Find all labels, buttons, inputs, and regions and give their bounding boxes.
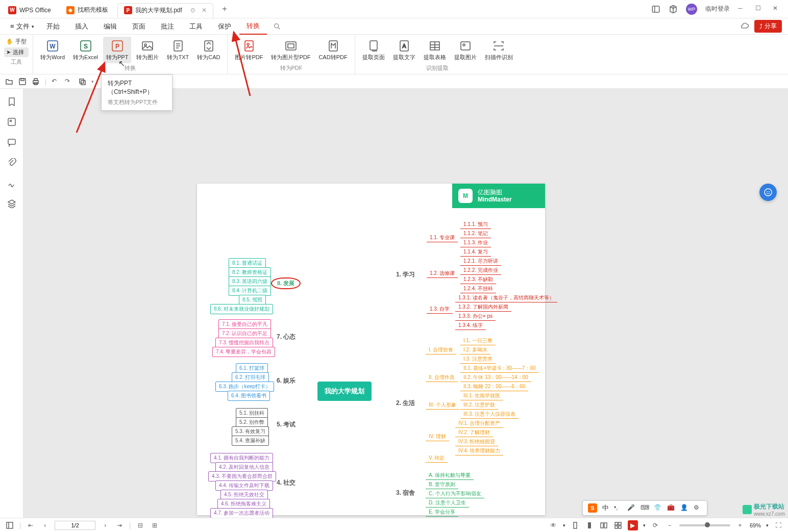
print-icon[interactable] [32,78,40,86]
minimize-button[interactable]: ─ [738,5,747,14]
img-type-pdf-button[interactable]: 转为图片型PDF [268,37,313,63]
view-single-icon[interactable] [571,521,580,530]
undo-icon[interactable]: ↶ [52,78,60,86]
menu-page[interactable]: 页面 [125,19,153,34]
cube-icon[interactable] [669,5,678,14]
tab-close-icon[interactable]: ✕ [202,7,207,14]
menu-edit[interactable]: 编辑 [96,19,124,34]
menu-annotate[interactable]: 批注 [154,19,181,34]
node-life: 2. 生活 [393,398,418,409]
leaf: II.2. 午休 13：00——14：00 [460,373,531,382]
zoom-dropdown[interactable]: ▾ [766,523,769,528]
file-menu-button[interactable]: ≡ 文件 ▾ [6,20,38,33]
view-two-icon[interactable] [599,521,608,530]
search-icon[interactable] [273,22,281,31]
leaf: 4.6. 拒绝拖客难主义 [217,499,270,509]
presentation-button[interactable]: ▶ [628,520,638,530]
comment-icon[interactable] [7,138,16,147]
to-cad-button[interactable]: 转为CAD [194,37,223,63]
eye-icon[interactable]: 👁 [549,521,558,530]
svg-line-39 [77,63,105,133]
fullscreen-icon[interactable]: ⛶ [774,521,783,530]
leaf: V. 待定 [426,454,448,463]
maximize-button[interactable]: ☐ [755,5,765,14]
ime-lang[interactable]: 中 [602,503,609,513]
layers-icon[interactable] [7,199,16,208]
leaf: 1.2.1. 尽力听讲 [460,257,501,266]
ime-settings-icon[interactable]: ⚙ [694,504,702,512]
scan-icon [492,39,505,53]
leaf: 1.3.2. 了解国内外新闻 [455,303,511,312]
canvas[interactable]: M 亿图脑图 MindMaster 我的大学规划 1. 学习 2. 生活 3. … [23,89,788,518]
hand-tool-button[interactable]: ✋ 手型 [4,37,29,46]
tab-menu-icon[interactable]: ⊙ [190,7,195,14]
extract-image-button[interactable]: 提取图片 [451,37,480,63]
last-page-button[interactable]: ⇥ [115,521,124,530]
tab-document-active[interactable]: P 我的大学规划.pdf ⊙ ✕ [117,3,213,17]
zoom-in-button[interactable]: + [735,521,745,530]
leaf: I.3. 注意营养 [460,355,496,364]
bookmark-icon[interactable] [7,97,16,106]
ime-mic-icon[interactable]: 🎤 [627,504,635,512]
menu-start[interactable]: 开始 [39,19,67,34]
leaf: 5.3. 有效复习 [232,426,269,437]
user-avatar[interactable]: WP [686,4,697,15]
ime-shirt-icon[interactable]: 👕 [654,504,662,512]
thumbnail-icon[interactable] [7,117,16,126]
play-dropdown[interactable]: ▾ [643,523,646,528]
svg-rect-35 [34,79,37,81]
save-icon[interactable] [18,78,27,86]
zoom-out-button[interactable]: − [665,521,674,530]
view-continuous-icon[interactable] [585,521,594,530]
login-label[interactable]: 临时登录 [705,5,730,13]
scan-ocr-button[interactable]: 扫描件识别 [482,37,516,63]
panel-icon[interactable] [651,5,660,14]
page-input[interactable] [55,521,95,530]
to-image-button[interactable]: 转为图片 [133,37,162,63]
new-tab-button[interactable]: ＋ [218,3,231,15]
ime-keyboard-icon[interactable]: ⌨ [641,504,649,512]
ime-punct-icon[interactable]: •, [614,504,622,512]
prev-page-button[interactable]: ‹ [40,521,50,530]
ime-user-icon[interactable]: 👤 [680,504,688,512]
leaf: 1.1.3. 作业 [460,239,491,247]
sb-sidebar-icon[interactable] [5,521,14,530]
ime-toolbox-icon[interactable]: 🧰 [667,504,675,512]
select-tool-button[interactable]: ➤ 选择 [4,47,29,57]
signature-icon[interactable] [7,179,16,188]
group-label: 工具 [4,57,29,67]
svg-rect-56 [619,526,621,528]
leaf: 1.2.2. 完成作业 [460,266,501,275]
extract-page-button[interactable]: 提取页面 [359,37,388,63]
rotate-icon[interactable]: ⟳ [651,521,660,530]
tab-wps-home[interactable]: W WPS Office [2,3,57,17]
first-page-button[interactable]: ⇤ [26,521,35,530]
to-txt-button[interactable]: 转为TXT [164,37,192,63]
svg-line-3 [278,28,280,29]
extract-text-button[interactable]: A提取文字 [390,37,418,63]
to-word-button[interactable]: W转为Word [37,37,68,63]
svg-point-45 [767,191,768,192]
share-button[interactable]: ⤴ 分享 [754,20,782,33]
menu-insert[interactable]: 插入 [68,19,95,34]
extract-table-button[interactable]: 提取表格 [421,37,449,63]
cloud-icon[interactable] [740,22,749,31]
leaf: 4.7. 参加一次志愿者活动 [210,508,273,518]
ime-toolbar[interactable]: S 中 •, 🎤 ⌨ 👕 🧰 👤 ⚙ [582,500,707,516]
assistant-button[interactable] [759,184,777,201]
menu-tools[interactable]: 工具 [182,19,210,34]
next-page-button[interactable]: › [101,521,110,530]
cad-to-pdf-button[interactable]: CAD转PDF [315,37,350,63]
close-button[interactable]: ✕ [773,5,782,14]
leaf: 8.2. 教师资格证 [229,267,271,277]
zoom-value[interactable]: 69% [750,522,761,528]
leaf: 4.4. 传输文件及时下载 [215,480,273,491]
open-icon[interactable] [5,78,13,86]
fit-plus-icon[interactable]: ⊞ [150,521,159,530]
tab-docer[interactable]: ◆ 找稻壳模板 [60,3,114,17]
fit-minus-icon[interactable]: ⊟ [136,521,145,530]
zoom-slider[interactable] [679,524,730,526]
attachment-icon[interactable] [7,158,16,167]
view-book-icon[interactable] [613,521,623,530]
eye-dropdown[interactable]: ▾ [563,523,565,528]
